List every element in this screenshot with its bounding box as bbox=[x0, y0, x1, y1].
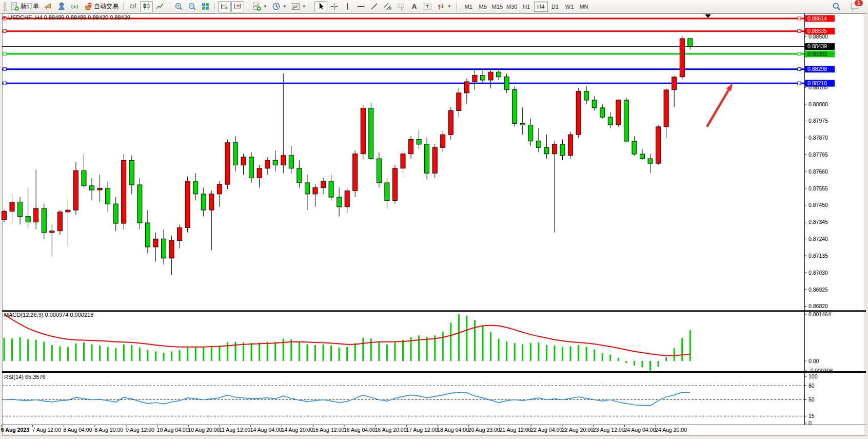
macd-histogram-bar bbox=[274, 342, 276, 361]
macd-tick-label: 0.001464 bbox=[808, 311, 831, 317]
candlestick-mode-button[interactable] bbox=[140, 1, 153, 12]
macd-histogram-bar bbox=[306, 345, 308, 361]
candle-body-bull bbox=[432, 147, 437, 173]
chart-shift-button[interactable] bbox=[231, 1, 244, 12]
auto-scroll-button[interactable] bbox=[218, 1, 231, 12]
line-handle-left[interactable] bbox=[3, 52, 6, 55]
channel-icon: E bbox=[383, 2, 392, 11]
candle-body-bear bbox=[688, 39, 693, 47]
candle-body-bull bbox=[464, 82, 469, 93]
line-handle-right[interactable] bbox=[798, 68, 801, 71]
line-handle-left[interactable] bbox=[3, 30, 6, 33]
bar-chart-mode-button[interactable] bbox=[127, 1, 140, 12]
candle-body-bear bbox=[369, 108, 373, 159]
macd-histogram-bar bbox=[35, 340, 37, 361]
search-button[interactable] bbox=[830, 1, 843, 12]
arrows-icon bbox=[437, 2, 445, 11]
new-order-label: 新订单 bbox=[21, 2, 39, 11]
timeframe-m15[interactable]: M15 bbox=[490, 2, 504, 12]
new-order-button[interactable]: 新订单 bbox=[8, 1, 41, 12]
timeframe-d1[interactable]: D1 bbox=[548, 2, 562, 12]
crosshair-icon bbox=[330, 2, 339, 11]
candle-body-bear bbox=[584, 91, 589, 100]
timeframe-m30[interactable]: M30 bbox=[505, 2, 519, 12]
indicators-list-button[interactable]: ▼ bbox=[250, 1, 269, 12]
line-handle-right[interactable] bbox=[798, 52, 801, 55]
timeframe-bar: M1M5M15M30H1H4D1W1MN bbox=[462, 2, 591, 12]
sound-alerts-button[interactable] bbox=[42, 1, 54, 12]
macd-histogram-bar bbox=[330, 346, 332, 361]
macd-histogram-bar bbox=[147, 350, 148, 361]
tile-windows-button[interactable] bbox=[199, 1, 212, 12]
timeframe-m5[interactable]: M5 bbox=[476, 2, 490, 12]
macd-histogram-bar bbox=[211, 347, 212, 361]
line-handle-right[interactable] bbox=[798, 82, 801, 85]
vertical-line-tool-button[interactable] bbox=[341, 1, 354, 12]
timeframe-h1[interactable]: H1 bbox=[520, 2, 534, 12]
price-tick-label: 0.87240 bbox=[808, 236, 828, 242]
auto-trading-button[interactable]: 自动交易 bbox=[82, 1, 121, 12]
line-handle-right[interactable] bbox=[798, 17, 801, 20]
candle-body-bull bbox=[153, 239, 158, 247]
new-order-icon bbox=[10, 2, 19, 11]
chart-window[interactable]: 0.885000.881850.880800.879750.878700.877… bbox=[0, 13, 868, 439]
price-tick-label: 0.86925 bbox=[808, 287, 828, 293]
macd-histogram-bar bbox=[649, 361, 651, 371]
news-signal-button[interactable] bbox=[68, 1, 81, 12]
timeframe-w1[interactable]: W1 bbox=[563, 2, 577, 12]
candle-body-bear bbox=[337, 197, 342, 207]
macd-histogram-bar bbox=[4, 338, 5, 361]
line-handle-right[interactable] bbox=[798, 30, 801, 33]
macd-histogram-bar bbox=[522, 345, 523, 361]
line-handle-left[interactable] bbox=[3, 68, 6, 71]
line-handle-left[interactable] bbox=[3, 82, 6, 85]
text-tool-button[interactable]: A bbox=[408, 1, 421, 12]
candle-body-bear bbox=[90, 186, 94, 190]
templates-button[interactable]: ▼ bbox=[289, 1, 308, 12]
toolbar-grip[interactable] bbox=[4, 2, 6, 11]
macd-histogram-bar bbox=[131, 345, 132, 361]
time-tick-label: 10 Aug 04:00 bbox=[157, 427, 189, 433]
macd-histogram-bar bbox=[259, 342, 260, 361]
rsi-tick-label: 100 bbox=[808, 373, 818, 379]
time-tick-label: 23 Aug 12:00 bbox=[593, 427, 625, 433]
zoom-out-button[interactable] bbox=[186, 1, 199, 12]
line-chart-mode-button[interactable] bbox=[153, 1, 166, 12]
time-tick-label: 18 Aug 04:00 bbox=[437, 427, 469, 433]
macd-histogram-bar bbox=[19, 337, 21, 361]
trendline-tool-button[interactable] bbox=[368, 1, 381, 12]
line-chart-icon bbox=[155, 2, 164, 11]
notifications-button[interactable]: 1 bbox=[848, 1, 861, 12]
macd-histogram-bar bbox=[625, 361, 627, 363]
tile-windows-icon bbox=[201, 2, 210, 11]
price-tick-label: 0.88500 bbox=[808, 33, 828, 40]
chart-background[interactable] bbox=[2, 13, 864, 435]
macd-histogram-bar bbox=[514, 343, 516, 361]
macd-histogram-bar bbox=[634, 361, 635, 366]
arrows-tool-button[interactable]: ▼ bbox=[435, 1, 453, 12]
macd-histogram-bar bbox=[394, 342, 396, 361]
candle-body-bear bbox=[608, 117, 613, 125]
zoom-in-button[interactable] bbox=[172, 1, 185, 12]
candle-body-bull bbox=[169, 240, 174, 258]
price-tick-label: 0.87135 bbox=[808, 253, 828, 259]
support-operator-button[interactable] bbox=[55, 1, 68, 12]
macd-histogram-bar bbox=[179, 350, 181, 361]
candle-body-bull bbox=[361, 108, 365, 154]
cursor-tool-button[interactable] bbox=[314, 1, 327, 12]
equidistant-channel-tool-button[interactable]: E bbox=[381, 1, 394, 12]
candle-body-bear bbox=[600, 108, 605, 117]
candle-body-bull bbox=[353, 154, 358, 191]
fibonacci-tool-button[interactable]: F bbox=[394, 1, 407, 12]
time-tick-label: 20 Aug 23:00 bbox=[468, 427, 500, 433]
text-label-tool-button[interactable]: T bbox=[421, 1, 434, 12]
horizontal-line-tool-button[interactable] bbox=[354, 1, 367, 12]
timeframe-h4[interactable]: H4 bbox=[534, 2, 548, 12]
crosshair-tool-button[interactable] bbox=[328, 1, 341, 12]
timeframe-mn[interactable]: MN bbox=[577, 2, 591, 12]
timeframe-m1[interactable]: M1 bbox=[462, 2, 476, 12]
periods-list-button[interactable]: ▼ bbox=[270, 1, 289, 12]
macd-histogram-bar bbox=[155, 351, 156, 361]
fibonacci-icon: F bbox=[397, 2, 405, 11]
candle-body-bull bbox=[225, 143, 230, 184]
